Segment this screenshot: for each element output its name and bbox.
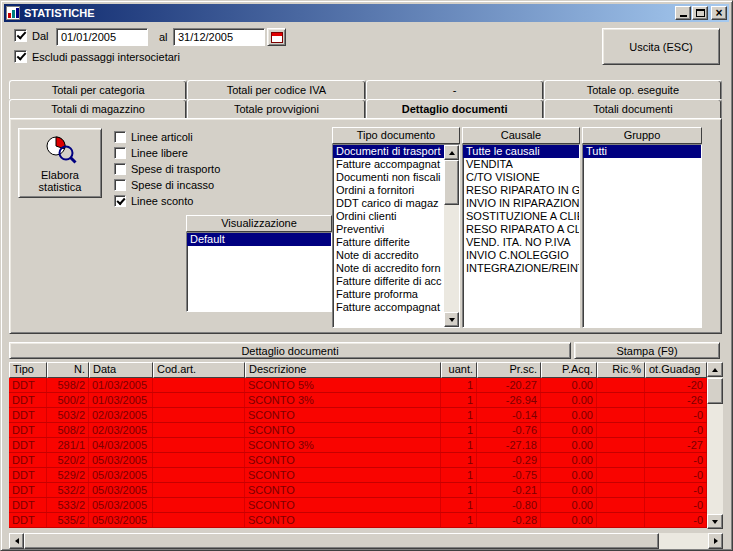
list-item[interactable]: RESO RIPARATO IN GA <box>463 184 579 197</box>
tab[interactable]: Totali per categoria <box>9 80 187 99</box>
gruppo-group: Gruppo Tutti <box>582 127 702 328</box>
list-item[interactable]: C/TO VISIONE <box>463 171 579 184</box>
list-item[interactable]: Fatture accompagnat <box>333 301 459 314</box>
list-item[interactable]: DDT carico di magaz <box>333 197 459 210</box>
scrollbar-thumb[interactable] <box>444 160 459 205</box>
tipo-documento-list[interactable]: Documenti di trasportFatture accompagnat… <box>332 144 460 328</box>
elabora-statistica-button[interactable]: Elabora statistica <box>18 128 102 198</box>
cell-guadagno: -0 <box>645 483 707 497</box>
list-item[interactable]: Fatture differite di acc <box>333 275 459 288</box>
list-item[interactable]: Ordini a fornitori <box>333 184 459 197</box>
table-row[interactable]: DDT 535/2 05/03/2005 SCONTO 1 -0.28 0.00… <box>9 513 707 528</box>
list-item[interactable]: SOSTITUZIONE A CLIE <box>463 210 579 223</box>
table-row[interactable]: DDT 598/2 01/03/2005 SCONTO 5% 1 -20.27 … <box>9 378 707 393</box>
escludi-checkbox[interactable]: Escludi passaggi intersocietari <box>14 50 180 63</box>
al-date-input[interactable] <box>173 28 265 46</box>
list-item[interactable]: Ordini clienti <box>333 210 459 223</box>
list-item[interactable]: INTEGRAZIONE/REINT <box>463 262 579 275</box>
tab[interactable]: Totale provvigioni <box>187 99 365 118</box>
table-row[interactable]: DDT 529/2 05/03/2005 SCONTO 1 -0.75 0.00… <box>9 468 707 483</box>
scrollbar-thumb[interactable] <box>24 533 659 549</box>
list-item[interactable]: VENDITA <box>463 158 579 171</box>
minimize-icon <box>680 15 687 17</box>
scroll-left-button[interactable] <box>9 533 24 549</box>
gruppo-list[interactable]: Tutti <box>582 144 702 328</box>
table-row[interactable]: DDT 520/2 05/03/2005 SCONTO 1 -0.29 0.00… <box>9 453 707 468</box>
option-checkbox[interactable]: Linee articoli <box>114 129 324 145</box>
maximize-button[interactable] <box>692 6 708 20</box>
table-row[interactable]: DDT 508/2 02/03/2005 SCONTO 1 -0.76 0.00… <box>9 423 707 438</box>
tipo-documento-scrollbar[interactable] <box>444 145 459 327</box>
list-item[interactable]: Documenti di trasport <box>333 145 459 158</box>
dal-checkbox[interactable]: Dal <box>14 29 49 42</box>
dal-date-input[interactable] <box>56 28 148 46</box>
visualizzazione-list[interactable]: Default <box>186 232 332 312</box>
table-row[interactable]: DDT 500/2 01/03/2005 SCONTO 3% 1 -26.94 … <box>9 393 707 408</box>
scroll-right-button[interactable] <box>708 533 723 549</box>
table-row[interactable]: DDT 503/2 02/03/2005 SCONTO 1 -0.14 0.00… <box>9 408 707 423</box>
list-item[interactable]: Default <box>187 233 331 246</box>
column-header[interactable]: Tipo <box>9 362 47 378</box>
list-item[interactable]: Preventivi <box>333 223 459 236</box>
table-body: DDT 598/2 01/03/2005 SCONTO 5% 1 -20.27 … <box>9 378 707 528</box>
list-item[interactable]: Fatture differite <box>333 236 459 249</box>
main-panel: Elabora statistica Linee articoli Linee … <box>9 118 722 334</box>
list-item[interactable]: Documenti non fiscali <box>333 171 459 184</box>
tab[interactable]: Totali documenti <box>544 99 722 118</box>
list-item[interactable]: Fatture proforma <box>333 288 459 301</box>
tab[interactable]: Totale op. eseguite <box>544 80 722 99</box>
column-header[interactable]: Pr.sc. <box>477 362 541 378</box>
tab[interactable]: Totali per codice IVA <box>187 80 365 99</box>
column-header[interactable]: Cod.art. <box>153 362 245 378</box>
list-item[interactable]: Tutti <box>583 145 701 158</box>
scroll-down-button[interactable] <box>707 514 723 529</box>
list-item[interactable]: Note di accredito forn <box>333 262 459 275</box>
table-horizontal-scrollbar[interactable] <box>9 533 723 549</box>
list-item[interactable]: INVIO IN RIPARAZIONE <box>463 197 579 210</box>
cell-pr-sc: -0.21 <box>477 483 541 497</box>
column-header[interactable]: N. <box>47 362 89 378</box>
cell-pr-sc: -27.18 <box>477 438 541 452</box>
stampa-button[interactable]: Stampa (F9) <box>574 342 720 359</box>
uscita-button[interactable]: Uscita (ESC) <box>602 28 720 65</box>
column-header[interactable]: Ric.% <box>597 362 645 378</box>
tab[interactable]: - <box>366 80 544 99</box>
scroll-up-button[interactable] <box>444 145 459 160</box>
option-checkbox[interactable]: Spese di trasporto <box>114 161 324 177</box>
cell-p-acq: 0.00 <box>541 483 597 497</box>
cell-data: 05/03/2005 <box>89 468 153 482</box>
column-header[interactable]: P.Acq. <box>541 362 597 378</box>
causale-list[interactable]: Tutte le causaliVENDITAC/TO VISIONERESO … <box>462 144 580 328</box>
tipo-documento-group: Tipo documento Documenti di trasportFatt… <box>332 127 460 328</box>
option-checkbox[interactable]: Linee sconto <box>114 193 324 209</box>
table-row[interactable]: DDT 281/1 04/03/2005 SCONTO 3% 1 -27.18 … <box>9 438 707 453</box>
list-item[interactable]: Note di accredito <box>333 249 459 262</box>
option-checkbox[interactable]: Spese di incasso <box>114 177 324 193</box>
column-header[interactable]: ot.Guadag <box>645 362 707 378</box>
arrow-up-icon <box>449 151 455 155</box>
minimize-button[interactable] <box>675 6 691 20</box>
scrollbar-thumb[interactable] <box>707 378 723 404</box>
tab-row-2: Totali di magazzinoTotale provvigioniDet… <box>9 99 722 118</box>
list-item[interactable]: Fatture accompagnat <box>333 158 459 171</box>
column-header[interactable]: Descrizione <box>245 362 441 378</box>
table-row[interactable]: DDT 532/2 05/03/2005 SCONTO 1 -0.21 0.00… <box>9 483 707 498</box>
table-row[interactable]: DDT 533/2 05/03/2005 SCONTO 1 -0.80 0.00… <box>9 498 707 513</box>
calendar-button[interactable] <box>267 28 286 46</box>
list-item[interactable]: INVIO C.NOLEGGIO <box>463 249 579 262</box>
checkbox-box <box>114 163 126 175</box>
tab[interactable]: Dettaglio documenti <box>366 99 544 118</box>
list-item[interactable]: VEND. ITA. NO P.IVA <box>463 236 579 249</box>
tab[interactable]: Totali di magazzino <box>9 99 187 118</box>
table-vertical-scrollbar[interactable] <box>707 362 723 529</box>
close-button[interactable]: × <box>711 6 727 20</box>
option-checkbox[interactable]: Linee libere <box>114 145 324 161</box>
statistiche-window: STATISTICHE × Dal al Escludi passaggi in… <box>0 0 733 551</box>
scroll-up-button[interactable] <box>707 362 723 377</box>
scroll-down-button[interactable] <box>444 312 459 327</box>
column-header[interactable]: Data <box>89 362 153 378</box>
list-item[interactable]: Tutte le causali <box>463 145 579 158</box>
column-header[interactable]: uant. <box>441 362 477 378</box>
list-item[interactable]: RESO RIPARATO A CLI <box>463 223 579 236</box>
tab-row-1: Totali per categoriaTotali per codice IV… <box>9 80 722 99</box>
